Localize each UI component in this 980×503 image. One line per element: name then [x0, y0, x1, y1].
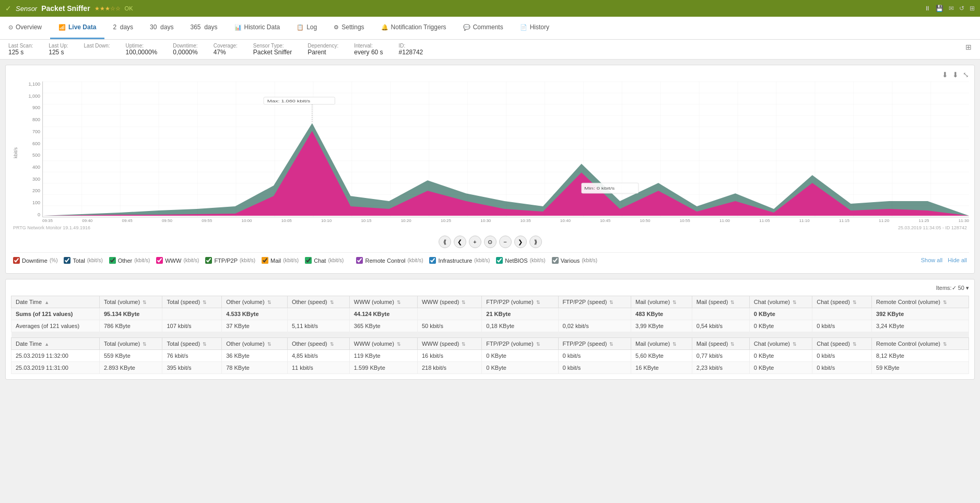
sensor-label: Sensor — [16, 5, 37, 13]
col-www-spd-2[interactable]: WWW (speed) ⇅ — [417, 338, 481, 350]
nav-first-button[interactable]: ⟪ — [439, 236, 451, 248]
legend-checkbox-other[interactable] — [109, 257, 116, 264]
col-rc-vol-2[interactable]: Remote Control (volume) ⇅ — [872, 338, 969, 350]
legend-checkbox-netbios[interactable] — [496, 257, 503, 264]
col-mail-spd[interactable]: Mail (speed) ⇅ — [692, 296, 749, 308]
col-rc-vol[interactable]: Remote Control (volume) ⇅ — [872, 296, 969, 308]
last-up-value: 125 s — [49, 49, 68, 56]
col-ftp-vol[interactable]: FTP/P2P (volume) ⇅ — [482, 296, 558, 308]
legend-checkbox-mail[interactable] — [262, 257, 268, 264]
tab-log[interactable]: 📋 Log — [288, 17, 325, 39]
col-total-vol[interactable]: Total (volume) ⇅ — [100, 296, 162, 308]
row2-mail-spd: 2,23 kbit/s — [692, 362, 749, 374]
nav-last-button[interactable]: ⟫ — [529, 236, 542, 248]
col-datetime[interactable]: Date Time ▲ — [11, 296, 100, 308]
legend-checkbox-infrastructure[interactable] — [429, 257, 436, 264]
legend-item-chat[interactable]: Chat (kbit/s) — [305, 257, 344, 264]
legend-item-netbios[interactable]: NetBIOS (kbit/s) — [496, 257, 545, 264]
grid-icon[interactable]: ⊞ — [970, 5, 975, 12]
col-other-spd-2[interactable]: Other (speed) ⇅ — [287, 338, 349, 350]
legend-unit-chat: (kbit/s) — [328, 258, 344, 263]
col-other-vol-2[interactable]: Other (volume) ⇅ — [222, 338, 288, 350]
col-mail-vol-2[interactable]: Mail (volume) ⇅ — [631, 338, 692, 350]
legend-checkbox-www[interactable] — [156, 257, 163, 264]
interval-value: every 60 s — [354, 49, 383, 56]
tab-comments[interactable]: 💬 Comments — [455, 17, 512, 39]
nav-next-button[interactable]: ❯ — [514, 236, 527, 248]
col-datetime-2[interactable]: Date Time ▲ — [11, 338, 100, 350]
hide-all-button[interactable]: Hide all — [948, 257, 967, 264]
col-chat-spd-2[interactable]: Chat (speed) ⇅ — [812, 338, 872, 350]
col-total-spd-2[interactable]: Total (speed) ⇅ — [162, 338, 222, 350]
y-label-600: 600 — [20, 141, 40, 146]
sums-mail-vol: 483 KByte — [631, 308, 692, 320]
download-csv-icon[interactable]: ⬇ — [942, 71, 948, 79]
tab-live-data-label: Live Data — [68, 24, 96, 31]
legend-item-other[interactable]: Other (kbit/s) — [109, 257, 150, 264]
tab-365days[interactable]: 365 days — [182, 17, 226, 39]
col-chat-vol-2[interactable]: Chat (volume) ⇅ — [749, 338, 812, 350]
nav-recenter-button[interactable]: ⊙ — [484, 236, 497, 248]
legend-checkbox-remote-control[interactable] — [356, 257, 363, 264]
legend-item-remote-control[interactable]: Remote Control (kbit/s) — [356, 257, 423, 264]
refresh-icon[interactable]: ↺ — [959, 5, 964, 12]
col-www-spd[interactable]: WWW (speed) ⇅ — [417, 296, 481, 308]
legend-checkbox-total[interactable] — [64, 257, 70, 264]
col-ftp-vol-2[interactable]: FTP/P2P (volume) ⇅ — [482, 338, 558, 350]
avg-mail-vol: 3,99 KByte — [631, 320, 692, 332]
items-dropdown[interactable]: ✓ 50 ▾ — [952, 285, 969, 291]
legend-item-ftp-p2p[interactable]: FTP/P2P (kbit/s) — [205, 257, 255, 264]
download-png-icon[interactable]: ⬇ — [952, 71, 959, 79]
save-icon[interactable]: 💾 — [936, 5, 943, 12]
info-last-scan: Last Scan: 125 s — [8, 43, 33, 56]
legend-item-www[interactable]: WWW (kbit/s) — [156, 257, 199, 264]
pause-icon[interactable]: ⏸ — [924, 5, 930, 12]
legend-item-downtime[interactable]: Downtime (%) — [13, 257, 57, 264]
sensor-check-icon: ✓ — [5, 4, 11, 13]
sensor-title: Packet Sniffer — [41, 4, 90, 13]
legend-checkbox-downtime[interactable] — [13, 257, 20, 264]
col-other-vol[interactable]: Other (volume) ⇅ — [222, 296, 288, 308]
mail-icon[interactable]: ✉ — [949, 5, 954, 12]
grid-view-icon[interactable]: ⊞ — [965, 43, 972, 56]
legend-checkbox-chat[interactable] — [305, 257, 312, 264]
fullscreen-icon[interactable]: ⤡ — [963, 71, 969, 79]
col-other-spd[interactable]: Other (speed) ⇅ — [287, 296, 349, 308]
dependency-value: Parent — [308, 49, 338, 56]
show-all-button[interactable]: Show all — [921, 257, 943, 264]
legend-item-total[interactable]: Total (kbit/s) — [64, 257, 102, 264]
uptime-label: Uptime: — [126, 43, 158, 49]
col-chat-spd[interactable]: Chat (speed) ⇅ — [812, 296, 872, 308]
downtime-label: Downtime: — [173, 43, 197, 49]
legend-item-infrastructure[interactable]: Infrastructure (kbit/s) — [429, 257, 490, 264]
col-mail-vol[interactable]: Mail (volume) ⇅ — [631, 296, 692, 308]
tab-2days[interactable]: 2 days — [104, 17, 141, 39]
col-www-vol[interactable]: WWW (volume) ⇅ — [349, 296, 417, 308]
col-total-vol-2[interactable]: Total (volume) ⇅ — [100, 338, 162, 350]
tab-notification-triggers[interactable]: 🔔 Notification Triggers — [373, 17, 455, 39]
row1-total-spd: 76 kbit/s — [162, 350, 222, 362]
col-ftp-spd[interactable]: FTP/P2P (speed) ⇅ — [558, 296, 631, 308]
avg-label: Averages (of 121 values) — [11, 320, 100, 332]
nav-zoom-out-button[interactable]: − — [499, 236, 512, 248]
legend-item-mail[interactable]: Mail (kbit/s) — [262, 257, 299, 264]
legend-checkbox-ftp-p2p[interactable] — [205, 257, 212, 264]
legend-item-various[interactable]: Various (kbit/s) — [552, 257, 597, 264]
nav-prev-button[interactable]: ❮ — [454, 236, 466, 248]
tab-30days[interactable]: 30 days — [141, 17, 182, 39]
tab-settings[interactable]: ⚙ Settings — [325, 17, 372, 39]
legend-checkbox-various[interactable] — [552, 257, 559, 264]
avg-www-vol: 365 KByte — [349, 320, 417, 332]
header-actions[interactable]: ⏸ 💾 ✉ ↺ ⊞ — [924, 5, 975, 12]
tab-overview[interactable]: ⊙ Overview — [0, 17, 50, 39]
col-ftp-spd-2[interactable]: FTP/P2P (speed) ⇅ — [558, 338, 631, 350]
tab-history[interactable]: 📄 History — [512, 17, 558, 39]
nav-zoom-in-button[interactable]: + — [469, 236, 481, 248]
col-mail-spd-2[interactable]: Mail (speed) ⇅ — [692, 338, 749, 350]
tab-historic-data[interactable]: 📊 Historic Data — [226, 17, 289, 39]
tab-live-data[interactable]: 📶 Live Data — [50, 17, 104, 39]
col-total-spd[interactable]: Total (speed) ⇅ — [162, 296, 222, 308]
col-www-vol-2[interactable]: WWW (volume) ⇅ — [349, 338, 417, 350]
table-header-bar: Items: ✓ 50 ▾ — [11, 285, 969, 291]
col-chat-vol[interactable]: Chat (volume) ⇅ — [749, 296, 812, 308]
